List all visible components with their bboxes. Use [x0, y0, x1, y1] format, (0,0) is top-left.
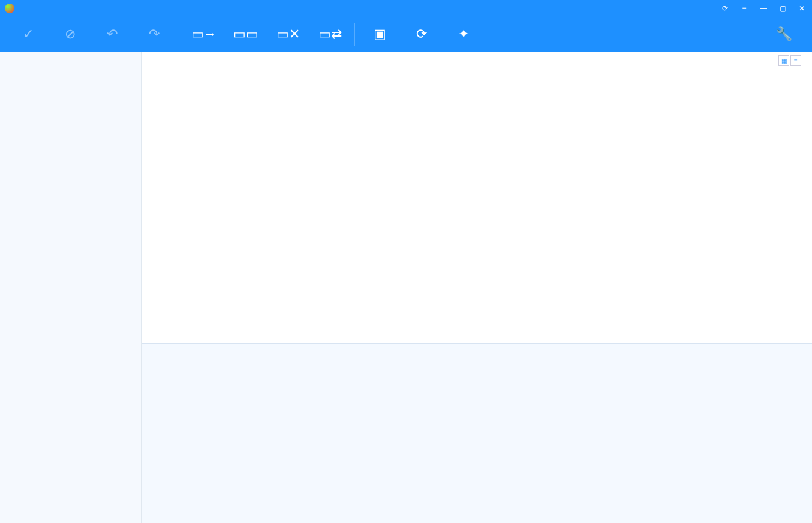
list-view-icon[interactable]: ≡	[790, 55, 801, 66]
wipe-icon: ▭✕	[276, 26, 300, 42]
wrench-icon: 🔧	[776, 26, 792, 42]
ops-section-title	[0, 71, 141, 78]
window-controls: ⟳ ≡ — ▢ ✕	[720, 3, 807, 14]
main-panel: ▦ ≡	[142, 52, 812, 523]
redo-button[interactable]: ↷	[133, 19, 175, 49]
close-icon[interactable]: ✕	[796, 3, 807, 14]
menu-icon[interactable]: ≡	[739, 3, 750, 14]
separator	[354, 23, 355, 46]
tools-button[interactable]: 🔧	[763, 19, 805, 49]
refresh-icon[interactable]: ⟳	[720, 3, 730, 14]
wechat-icon: ✦	[458, 26, 469, 42]
backup-icon: ⟳	[416, 26, 427, 42]
discard-button[interactable]: ⊘	[49, 19, 91, 49]
commit-button[interactable]: ✓	[7, 19, 49, 49]
maximize-icon[interactable]: ▢	[777, 3, 788, 14]
toolbar: ✓ ⊘ ↶ ↷ ▭→ ▭▭ ▭✕ ▭⇄ ▣ ⟳ ✦ 🔧	[0, 17, 812, 52]
view-toggle: ▦ ≡	[778, 55, 801, 66]
wizard-section-title	[0, 58, 141, 65]
clone-button[interactable]: ▭▭	[225, 19, 267, 49]
disk-layout-area	[142, 343, 812, 523]
tutorial-button[interactable]: ▣	[359, 19, 401, 49]
undo-icon: ↶	[107, 26, 118, 42]
separator	[179, 23, 179, 46]
minimize-icon[interactable]: —	[758, 3, 769, 14]
redo-icon: ↷	[149, 26, 160, 42]
convert-button[interactable]: ▭⇄	[309, 19, 351, 49]
backup-button[interactable]: ⟳	[401, 19, 443, 49]
titlebar: ⟳ ≡ — ▢ ✕	[0, 0, 812, 17]
book-icon: ▣	[374, 26, 386, 42]
app-logo	[5, 4, 14, 13]
clone-icon: ▭▭	[233, 26, 258, 42]
grid-view-icon[interactable]: ▦	[778, 55, 789, 66]
partition-card-area	[142, 52, 812, 343]
check-icon: ✓	[23, 26, 34, 42]
convert-icon: ▭⇄	[318, 26, 342, 42]
undo-button[interactable]: ↶	[91, 19, 133, 49]
migrate-icon: ▭→	[191, 26, 217, 42]
sidebar	[0, 52, 142, 523]
migrate-button[interactable]: ▭→	[183, 19, 225, 49]
wipe-button[interactable]: ▭✕	[267, 19, 309, 49]
cancel-icon: ⊘	[65, 26, 76, 42]
wechat-button[interactable]: ✦	[443, 19, 485, 49]
